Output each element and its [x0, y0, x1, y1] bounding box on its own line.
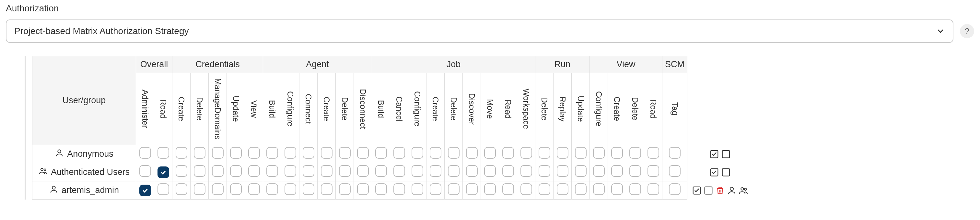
permission-checkbox[interactable]: [194, 165, 205, 177]
permission-checkbox[interactable]: [575, 183, 587, 195]
unselect-all-action[interactable]: [721, 167, 732, 178]
permission-checkbox[interactable]: [285, 147, 296, 159]
permission-checkbox[interactable]: [158, 166, 169, 178]
permission-checkbox[interactable]: [466, 165, 478, 177]
permission-checkbox[interactable]: [212, 147, 224, 159]
permission-checkbox[interactable]: [520, 147, 532, 159]
permission-checkbox[interactable]: [611, 165, 623, 177]
permission-checkbox[interactable]: [484, 147, 496, 159]
permission-checkbox[interactable]: [648, 147, 659, 159]
permission-checkbox[interactable]: [194, 147, 205, 159]
help-button[interactable]: ?: [960, 24, 974, 38]
permission-checkbox[interactable]: [575, 165, 587, 177]
permission-checkbox[interactable]: [357, 147, 369, 159]
permission-checkbox[interactable]: [266, 165, 278, 177]
people-action[interactable]: [738, 185, 749, 196]
permission-checkbox[interactable]: [448, 183, 460, 195]
permission-checkbox[interactable]: [339, 183, 351, 195]
select-all-action[interactable]: [709, 148, 720, 159]
delete-action[interactable]: [714, 185, 725, 196]
permission-checkbox[interactable]: [502, 183, 514, 195]
permission-checkbox[interactable]: [539, 147, 550, 159]
permission-checkbox[interactable]: [339, 147, 351, 159]
permission-checkbox[interactable]: [321, 147, 332, 159]
permission-checkbox[interactable]: [412, 147, 423, 159]
permission-checkbox[interactable]: [230, 165, 242, 177]
select-all-action[interactable]: [709, 167, 720, 178]
permission-checkbox[interactable]: [520, 183, 532, 195]
permission-checkbox[interactable]: [611, 147, 623, 159]
permission-checkbox[interactable]: [139, 185, 151, 196]
permission-checkbox[interactable]: [669, 165, 681, 177]
permission-checkbox[interactable]: [448, 147, 460, 159]
permission-checkbox[interactable]: [502, 165, 514, 177]
permission-checkbox[interactable]: [158, 183, 169, 195]
permission-checkbox[interactable]: [611, 183, 623, 195]
permission-checkbox[interactable]: [648, 165, 659, 177]
permission-checkbox[interactable]: [266, 183, 278, 195]
permission-checkbox[interactable]: [557, 165, 568, 177]
permission-checkbox[interactable]: [466, 183, 478, 195]
permission-checkbox[interactable]: [158, 147, 169, 159]
permission-checkbox[interactable]: [412, 165, 423, 177]
permission-checkbox[interactable]: [412, 183, 423, 195]
permission-checkbox[interactable]: [339, 165, 351, 177]
permission-checkbox[interactable]: [176, 183, 187, 195]
permission-checkbox[interactable]: [593, 165, 605, 177]
permission-checkbox[interactable]: [375, 147, 387, 159]
permission-checkbox[interactable]: [139, 147, 151, 159]
unselect-all-action[interactable]: [721, 148, 732, 159]
permission-checkbox[interactable]: [176, 147, 187, 159]
permission-checkbox[interactable]: [669, 183, 681, 195]
unselect-all-action[interactable]: [703, 185, 714, 196]
permission-checkbox[interactable]: [230, 183, 242, 195]
permission-checkbox[interactable]: [212, 183, 224, 195]
permission-checkbox[interactable]: [248, 165, 260, 177]
permission-checkbox[interactable]: [448, 165, 460, 177]
permission-checkbox[interactable]: [629, 165, 641, 177]
permission-checkbox[interactable]: [502, 147, 514, 159]
permission-checkbox[interactable]: [303, 165, 314, 177]
permission-checkbox[interactable]: [629, 147, 641, 159]
permission-checkbox[interactable]: [430, 147, 441, 159]
permission-checkbox[interactable]: [539, 165, 550, 177]
permission-checkbox[interactable]: [194, 183, 205, 195]
permission-checkbox[interactable]: [266, 147, 278, 159]
permission-checkbox[interactable]: [466, 147, 478, 159]
permission-checkbox[interactable]: [539, 183, 550, 195]
permission-checkbox[interactable]: [484, 183, 496, 195]
person-action[interactable]: [726, 185, 737, 196]
permission-checkbox[interactable]: [375, 183, 387, 195]
permission-checkbox[interactable]: [303, 147, 314, 159]
permission-checkbox[interactable]: [321, 183, 332, 195]
permission-checkbox[interactable]: [303, 183, 314, 195]
permission-checkbox[interactable]: [393, 165, 405, 177]
permission-checkbox[interactable]: [139, 165, 151, 177]
authorization-strategy-dropdown[interactable]: Project-based Matrix Authorization Strat…: [6, 19, 953, 43]
permission-checkbox[interactable]: [557, 147, 568, 159]
permission-checkbox[interactable]: [176, 165, 187, 177]
permission-checkbox[interactable]: [520, 165, 532, 177]
permission-checkbox[interactable]: [285, 165, 296, 177]
permission-checkbox[interactable]: [285, 183, 296, 195]
permission-checkbox[interactable]: [212, 165, 224, 177]
permission-checkbox[interactable]: [593, 183, 605, 195]
permission-checkbox[interactable]: [357, 183, 369, 195]
permission-checkbox[interactable]: [357, 165, 369, 177]
permission-checkbox[interactable]: [375, 165, 387, 177]
permission-checkbox[interactable]: [230, 147, 242, 159]
permission-checkbox[interactable]: [629, 183, 641, 195]
permission-checkbox[interactable]: [484, 165, 496, 177]
permission-checkbox[interactable]: [593, 147, 605, 159]
permission-checkbox[interactable]: [393, 183, 405, 195]
permission-checkbox[interactable]: [648, 183, 659, 195]
permission-checkbox[interactable]: [393, 147, 405, 159]
permission-checkbox[interactable]: [430, 165, 441, 177]
permission-checkbox[interactable]: [430, 183, 441, 195]
permission-checkbox[interactable]: [248, 183, 260, 195]
permission-checkbox[interactable]: [321, 165, 332, 177]
select-all-action[interactable]: [691, 185, 702, 196]
permission-checkbox[interactable]: [557, 183, 568, 195]
permission-checkbox[interactable]: [575, 147, 587, 159]
permission-checkbox[interactable]: [248, 147, 260, 159]
